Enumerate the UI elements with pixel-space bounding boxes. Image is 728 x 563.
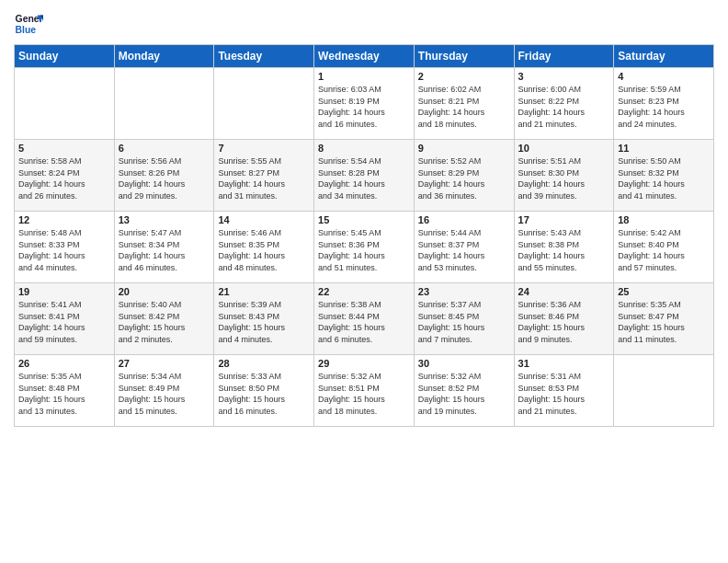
calendar-cell (614, 355, 714, 427)
day-number: 28 (218, 358, 310, 369)
calendar-cell: 31Sunrise: 5:31 AM Sunset: 8:53 PM Dayli… (514, 355, 614, 427)
weekday-header-saturday: Saturday (614, 45, 714, 68)
calendar-cell: 18Sunrise: 5:42 AM Sunset: 8:40 PM Dayli… (614, 212, 714, 283)
day-number: 31 (518, 358, 610, 369)
day-info: Sunrise: 5:47 AM Sunset: 8:34 PM Dayligh… (119, 227, 210, 273)
day-number: 14 (218, 214, 310, 225)
calendar-cell: 16Sunrise: 5:44 AM Sunset: 8:37 PM Dayli… (414, 212, 514, 283)
day-info: Sunrise: 5:35 AM Sunset: 8:48 PM Dayligh… (18, 371, 110, 417)
day-number: 11 (618, 143, 710, 154)
logo: General Blue (14, 9, 45, 39)
calendar-cell: 21Sunrise: 5:39 AM Sunset: 8:43 PM Dayli… (214, 283, 314, 355)
day-info: Sunrise: 5:33 AM Sunset: 8:50 PM Dayligh… (218, 371, 310, 417)
calendar-cell: 25Sunrise: 5:35 AM Sunset: 8:47 PM Dayli… (614, 283, 714, 355)
calendar-cell: 15Sunrise: 5:45 AM Sunset: 8:36 PM Dayli… (314, 212, 415, 283)
weekday-header-tuesday: Tuesday (214, 45, 314, 68)
day-number: 1 (318, 71, 410, 82)
calendar-cell: 7Sunrise: 5:55 AM Sunset: 8:27 PM Daylig… (214, 140, 314, 212)
day-number: 7 (218, 143, 310, 154)
day-info: Sunrise: 5:32 AM Sunset: 8:51 PM Dayligh… (318, 371, 410, 417)
calendar-cell: 6Sunrise: 5:56 AM Sunset: 8:26 PM Daylig… (114, 140, 214, 212)
day-number: 17 (518, 214, 610, 225)
day-info: Sunrise: 5:44 AM Sunset: 8:37 PM Dayligh… (418, 227, 510, 273)
calendar-cell: 26Sunrise: 5:35 AM Sunset: 8:48 PM Dayli… (15, 355, 115, 427)
calendar-header: SundayMondayTuesdayWednesdayThursdayFrid… (15, 45, 714, 68)
calendar-cell: 5Sunrise: 5:58 AM Sunset: 8:24 PM Daylig… (15, 140, 115, 212)
day-info: Sunrise: 5:51 AM Sunset: 8:30 PM Dayligh… (518, 155, 610, 201)
calendar-week-row: 26Sunrise: 5:35 AM Sunset: 8:48 PM Dayli… (15, 355, 714, 427)
calendar-cell: 1Sunrise: 6:03 AM Sunset: 8:19 PM Daylig… (314, 68, 415, 140)
day-info: Sunrise: 5:34 AM Sunset: 8:49 PM Dayligh… (119, 371, 210, 417)
day-number: 9 (418, 143, 510, 154)
day-number: 27 (119, 358, 210, 369)
day-number: 13 (119, 214, 210, 225)
day-info: Sunrise: 5:58 AM Sunset: 8:24 PM Dayligh… (18, 155, 110, 201)
page-container: General Blue SundayMondayTuesdayWednesda… (0, 0, 728, 436)
calendar-cell: 13Sunrise: 5:47 AM Sunset: 8:34 PM Dayli… (114, 212, 214, 283)
day-number: 19 (18, 286, 110, 297)
calendar-week-row: 1Sunrise: 6:03 AM Sunset: 8:19 PM Daylig… (15, 68, 714, 140)
day-number: 24 (518, 286, 610, 297)
day-info: Sunrise: 6:00 AM Sunset: 8:22 PM Dayligh… (518, 84, 610, 130)
day-number: 2 (418, 71, 510, 82)
day-info: Sunrise: 5:45 AM Sunset: 8:36 PM Dayligh… (318, 227, 410, 273)
day-number: 21 (218, 286, 310, 297)
calendar-cell: 10Sunrise: 5:51 AM Sunset: 8:30 PM Dayli… (514, 140, 614, 212)
day-info: Sunrise: 5:40 AM Sunset: 8:42 PM Dayligh… (119, 299, 210, 345)
calendar-cell: 2Sunrise: 6:02 AM Sunset: 8:21 PM Daylig… (414, 68, 514, 140)
day-info: Sunrise: 6:02 AM Sunset: 8:21 PM Dayligh… (418, 84, 510, 130)
day-info: Sunrise: 5:56 AM Sunset: 8:26 PM Dayligh… (119, 155, 210, 201)
day-number: 29 (318, 358, 410, 369)
calendar-week-row: 5Sunrise: 5:58 AM Sunset: 8:24 PM Daylig… (15, 140, 714, 212)
day-number: 6 (119, 143, 210, 154)
calendar-table: SundayMondayTuesdayWednesdayThursdayFrid… (14, 44, 714, 427)
day-info: Sunrise: 5:59 AM Sunset: 8:23 PM Dayligh… (618, 84, 710, 130)
weekday-header-monday: Monday (114, 45, 214, 68)
day-info: Sunrise: 6:03 AM Sunset: 8:19 PM Dayligh… (318, 84, 410, 130)
calendar-week-row: 19Sunrise: 5:41 AM Sunset: 8:41 PM Dayli… (15, 283, 714, 355)
calendar-cell (15, 68, 115, 140)
svg-text:Blue: Blue (16, 25, 37, 35)
day-number: 30 (418, 358, 510, 369)
day-info: Sunrise: 5:52 AM Sunset: 8:29 PM Dayligh… (418, 155, 510, 201)
day-info: Sunrise: 5:36 AM Sunset: 8:46 PM Dayligh… (518, 299, 610, 345)
day-info: Sunrise: 5:54 AM Sunset: 8:28 PM Dayligh… (318, 155, 410, 201)
day-number: 26 (18, 358, 110, 369)
calendar-cell (114, 68, 214, 140)
day-number: 5 (18, 143, 110, 154)
day-number: 10 (518, 143, 610, 154)
calendar-cell: 29Sunrise: 5:32 AM Sunset: 8:51 PM Dayli… (314, 355, 415, 427)
calendar-cell (214, 68, 314, 140)
weekday-header-thursday: Thursday (414, 45, 514, 68)
day-number: 22 (318, 286, 410, 297)
calendar-cell: 23Sunrise: 5:37 AM Sunset: 8:45 PM Dayli… (414, 283, 514, 355)
day-info: Sunrise: 5:35 AM Sunset: 8:47 PM Dayligh… (618, 299, 710, 345)
calendar-cell: 11Sunrise: 5:50 AM Sunset: 8:32 PM Dayli… (614, 140, 714, 212)
day-info: Sunrise: 5:37 AM Sunset: 8:45 PM Dayligh… (418, 299, 510, 345)
calendar-cell: 14Sunrise: 5:46 AM Sunset: 8:35 PM Dayli… (214, 212, 314, 283)
day-number: 25 (618, 286, 710, 297)
day-info: Sunrise: 5:43 AM Sunset: 8:38 PM Dayligh… (518, 227, 610, 273)
day-info: Sunrise: 5:38 AM Sunset: 8:44 PM Dayligh… (318, 299, 410, 345)
logo-icon: General Blue (14, 9, 43, 39)
day-number: 16 (418, 214, 510, 225)
calendar-cell: 9Sunrise: 5:52 AM Sunset: 8:29 PM Daylig… (414, 140, 514, 212)
weekday-header-friday: Friday (514, 45, 614, 68)
day-info: Sunrise: 5:41 AM Sunset: 8:41 PM Dayligh… (18, 299, 110, 345)
weekday-header-sunday: Sunday (15, 45, 115, 68)
header: General Blue (14, 9, 714, 39)
day-number: 4 (618, 71, 710, 82)
calendar-cell: 28Sunrise: 5:33 AM Sunset: 8:50 PM Dayli… (214, 355, 314, 427)
calendar-cell: 24Sunrise: 5:36 AM Sunset: 8:46 PM Dayli… (514, 283, 614, 355)
day-number: 23 (418, 286, 510, 297)
day-info: Sunrise: 5:48 AM Sunset: 8:33 PM Dayligh… (18, 227, 110, 273)
calendar-cell: 30Sunrise: 5:32 AM Sunset: 8:52 PM Dayli… (414, 355, 514, 427)
calendar-cell: 17Sunrise: 5:43 AM Sunset: 8:38 PM Dayli… (514, 212, 614, 283)
day-info: Sunrise: 5:31 AM Sunset: 8:53 PM Dayligh… (518, 371, 610, 417)
calendar-cell: 22Sunrise: 5:38 AM Sunset: 8:44 PM Dayli… (314, 283, 415, 355)
day-info: Sunrise: 5:39 AM Sunset: 8:43 PM Dayligh… (218, 299, 310, 345)
weekday-header-row: SundayMondayTuesdayWednesdayThursdayFrid… (15, 45, 714, 68)
day-number: 15 (318, 214, 410, 225)
day-number: 8 (318, 143, 410, 154)
calendar-cell: 27Sunrise: 5:34 AM Sunset: 8:49 PM Dayli… (114, 355, 214, 427)
